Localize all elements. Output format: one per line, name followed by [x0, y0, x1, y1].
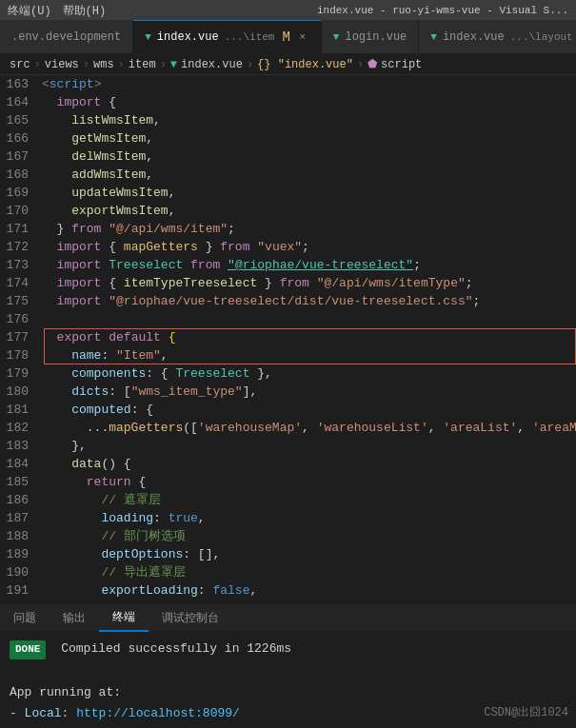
code-line-163: <script> — [42, 75, 576, 93]
breadcrumb: src › views › wms › item › ▼ index.vue ›… — [0, 54, 576, 75]
code-line-186: // 遮罩层 — [42, 491, 576, 509]
tab-index-item-icon: ▼ — [145, 31, 151, 43]
compiled-text: Compiled successfully in 1226ms — [61, 641, 291, 656]
code-line-170: exportWmsItem, — [42, 202, 576, 220]
tab-index-layout-label: index.vue — [443, 30, 505, 44]
tab-login[interactable]: ▼ login.vue — [322, 20, 419, 53]
title-bar-left: 终端(U) 帮助(H) — [8, 3, 106, 19]
code-line-166: getWmsItem, — [42, 129, 576, 148]
code-line-176 — [42, 310, 576, 328]
terminal-content: DONE Compiled successfully in 1226ms App… — [0, 632, 576, 728]
code-line-180: dicts: ["wms_item_type"], — [42, 383, 576, 401]
code-editor: 163 164 165 166 167 168 169 170 171 172 … — [0, 75, 576, 604]
code-line-174: import { itemTypeTreeselect } from "@/ap… — [42, 274, 576, 292]
code-line-190: // 导出遮罩层 — [42, 563, 576, 581]
code-line-173: import Treeselect from "@riophae/vue-tre… — [42, 256, 576, 274]
code-line-165: listWmsItem, — [42, 111, 576, 129]
line-numbers: 163 164 165 166 167 168 169 170 171 172 … — [0, 75, 36, 604]
code-line-185: return { — [42, 473, 576, 491]
tab-login-label: login.vue — [345, 30, 407, 44]
code-line-177: export default { — [42, 328, 576, 346]
code-line-168: addWmsItem, — [42, 166, 576, 184]
tab-env[interactable]: .env.development — [0, 20, 133, 53]
code-line-189: deptOptions: [], — [42, 545, 576, 563]
menu-terminal[interactable]: 终端(U) — [8, 3, 51, 19]
tab-index-layout-sublabel: ...\layout — [510, 31, 573, 43]
terminal-local: - Local: http://localhost:8099/ — [10, 704, 566, 724]
terminal-blank — [10, 661, 566, 681]
code-content[interactable]: <script> import { listWmsItem, getWmsIte… — [36, 75, 576, 604]
tab-output[interactable]: 输出 — [50, 605, 99, 632]
title-bar: 终端(U) 帮助(H) index.vue - ruo-yi-wms-vue -… — [0, 0, 576, 21]
bottom-panel: 问题 输出 终端 调试控制台 DONE Compiled successfull… — [0, 604, 576, 728]
code-line-182: ...mapGetters(['warehouseMap', 'warehous… — [42, 419, 576, 437]
code-line-169: updateWmsItem, — [42, 184, 576, 202]
code-line-167: delWmsItem, — [42, 148, 576, 166]
tab-env-label: .env.development — [11, 30, 121, 44]
breadcrumb-src: src — [10, 58, 30, 71]
code-line-184: data() { — [42, 455, 576, 473]
tab-index-item-sublabel: ...\item — [225, 31, 275, 43]
code-line-172: import { mapGetters } from "vuex"; — [42, 238, 576, 256]
tab-index-layout-icon: ▼ — [430, 31, 437, 43]
tab-problems[interactable]: 问题 — [0, 605, 50, 632]
code-line-188: // 部门树选项 — [42, 527, 576, 545]
menu-help[interactable]: 帮助(H) — [63, 3, 107, 19]
code-line-178: name: "Item", — [42, 346, 576, 364]
code-line-171: } from "@/api/wms/item"; — [42, 220, 576, 238]
code-line-181: computed: { — [42, 401, 576, 419]
code-line-164: import { — [42, 93, 576, 111]
tab-index-layout[interactable]: ▼ index.vue ...\layout — [419, 20, 576, 53]
tab-login-icon: ▼ — [333, 31, 340, 43]
tab-index-item-label: index.vue — [157, 30, 219, 44]
code-line-191: exportLoading: false, — [42, 581, 576, 600]
panel-tabs: 问题 输出 终端 调试控制台 — [0, 605, 576, 632]
tab-terminal[interactable]: 终端 — [99, 605, 149, 632]
tab-index-item[interactable]: ▼ index.vue ...\item M × — [133, 20, 322, 53]
code-line-187: loading: true, — [42, 509, 576, 527]
code-line-183: }, — [42, 437, 576, 455]
tab-bar: .env.development ▼ index.vue ...\item M … — [0, 21, 576, 54]
tab-modified-indicator: M — [282, 30, 289, 45]
terminal-app-running: App running at: — [10, 683, 566, 703]
title-bar-title: index.vue - ruo-yi-wms-vue - Visual S... — [317, 5, 568, 16]
tab-debug-console[interactable]: 调试控制台 — [149, 605, 232, 632]
terminal-line-done: DONE Compiled successfully in 1226ms — [10, 639, 566, 659]
tab-close-button[interactable]: × — [296, 30, 309, 44]
code-lines: <script> import { listWmsItem, getWmsIte… — [36, 75, 576, 600]
code-line-175: import "@riophae/vue-treeselect/dist/vue… — [42, 292, 576, 310]
code-line-179: components: { Treeselect }, — [42, 364, 576, 383]
done-badge: DONE — [10, 640, 46, 659]
